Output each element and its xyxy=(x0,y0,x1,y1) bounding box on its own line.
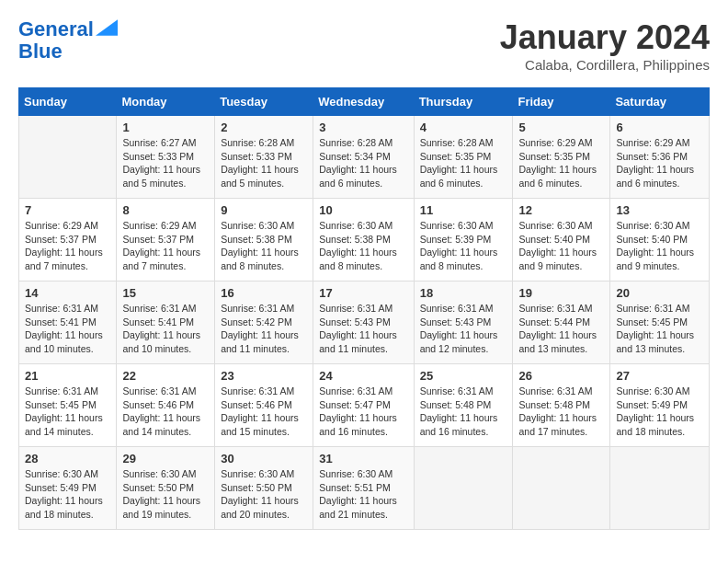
calendar-cell: 25Sunrise: 6:31 AM Sunset: 5:48 PM Dayli… xyxy=(414,364,513,447)
calendar-cell: 18Sunrise: 6:31 AM Sunset: 5:43 PM Dayli… xyxy=(414,282,513,364)
day-info: Sunrise: 6:28 AM Sunset: 5:35 PM Dayligh… xyxy=(420,136,507,190)
day-number: 18 xyxy=(420,286,507,300)
calendar-cell: 23Sunrise: 6:31 AM Sunset: 5:46 PM Dayli… xyxy=(215,364,313,447)
day-info: Sunrise: 6:30 AM Sunset: 5:40 PM Dayligh… xyxy=(518,219,604,273)
calendar-cell: 21Sunrise: 6:31 AM Sunset: 5:45 PM Dayli… xyxy=(19,364,117,447)
day-number: 24 xyxy=(319,369,407,383)
day-number: 8 xyxy=(122,203,209,217)
day-header-thursday: Thursday xyxy=(414,88,513,116)
day-info: Sunrise: 6:27 AM Sunset: 5:33 PM Dayligh… xyxy=(122,136,209,190)
month-title: January 2024 xyxy=(500,18,710,57)
calendar-cell: 31Sunrise: 6:30 AM Sunset: 5:51 PM Dayli… xyxy=(313,447,414,530)
day-number: 4 xyxy=(420,121,507,134)
day-header-friday: Friday xyxy=(513,88,610,116)
calendar-cell xyxy=(19,116,117,199)
day-header-monday: Monday xyxy=(117,88,215,116)
calendar-cell: 17Sunrise: 6:31 AM Sunset: 5:43 PM Dayli… xyxy=(313,282,414,364)
day-info: Sunrise: 6:30 AM Sunset: 5:40 PM Dayligh… xyxy=(616,219,703,273)
week-row-4: 21Sunrise: 6:31 AM Sunset: 5:45 PM Dayli… xyxy=(19,364,710,447)
day-info: Sunrise: 6:28 AM Sunset: 5:34 PM Dayligh… xyxy=(319,136,407,190)
day-number: 31 xyxy=(319,452,407,465)
day-info: Sunrise: 6:30 AM Sunset: 5:39 PM Dayligh… xyxy=(420,219,507,273)
calendar-header-row: SundayMondayTuesdayWednesdayThursdayFrid… xyxy=(19,88,710,116)
calendar-cell: 1Sunrise: 6:27 AM Sunset: 5:33 PM Daylig… xyxy=(117,116,215,199)
week-row-5: 28Sunrise: 6:30 AM Sunset: 5:49 PM Dayli… xyxy=(19,447,710,530)
day-number: 2 xyxy=(221,121,307,134)
calendar-cell: 2Sunrise: 6:28 AM Sunset: 5:33 PM Daylig… xyxy=(215,116,313,199)
calendar-cell: 12Sunrise: 6:30 AM Sunset: 5:40 PM Dayli… xyxy=(513,199,610,282)
day-number: 20 xyxy=(616,286,703,300)
day-info: Sunrise: 6:31 AM Sunset: 5:41 PM Dayligh… xyxy=(122,302,209,356)
day-number: 14 xyxy=(25,286,110,300)
day-number: 28 xyxy=(25,452,110,465)
calendar-cell xyxy=(610,447,710,530)
calendar-cell xyxy=(414,447,513,530)
calendar-cell: 28Sunrise: 6:30 AM Sunset: 5:49 PM Dayli… xyxy=(19,447,117,530)
day-info: Sunrise: 6:29 AM Sunset: 5:36 PM Dayligh… xyxy=(616,136,703,190)
day-info: Sunrise: 6:31 AM Sunset: 5:48 PM Dayligh… xyxy=(420,385,507,439)
day-info: Sunrise: 6:30 AM Sunset: 5:38 PM Dayligh… xyxy=(319,219,407,273)
day-number: 29 xyxy=(122,452,209,465)
calendar-cell: 27Sunrise: 6:30 AM Sunset: 5:49 PM Dayli… xyxy=(610,364,710,447)
calendar-cell: 20Sunrise: 6:31 AM Sunset: 5:45 PM Dayli… xyxy=(610,282,710,364)
day-info: Sunrise: 6:31 AM Sunset: 5:41 PM Dayligh… xyxy=(25,302,110,356)
logo-text: General Blue xyxy=(18,18,118,63)
calendar-cell: 22Sunrise: 6:31 AM Sunset: 5:46 PM Dayli… xyxy=(117,364,215,447)
day-number: 30 xyxy=(221,452,307,465)
day-info: Sunrise: 6:31 AM Sunset: 5:46 PM Dayligh… xyxy=(221,385,307,439)
day-number: 5 xyxy=(518,121,604,134)
calendar-cell: 3Sunrise: 6:28 AM Sunset: 5:34 PM Daylig… xyxy=(313,116,414,199)
day-number: 27 xyxy=(616,369,703,383)
week-row-2: 7Sunrise: 6:29 AM Sunset: 5:37 PM Daylig… xyxy=(19,199,710,282)
day-info: Sunrise: 6:31 AM Sunset: 5:42 PM Dayligh… xyxy=(221,302,307,356)
day-number: 19 xyxy=(518,286,604,300)
calendar-cell: 10Sunrise: 6:30 AM Sunset: 5:38 PM Dayli… xyxy=(313,199,414,282)
calendar-cell: 5Sunrise: 6:29 AM Sunset: 5:35 PM Daylig… xyxy=(513,116,610,199)
day-number: 23 xyxy=(221,369,307,383)
calendar-cell: 9Sunrise: 6:30 AM Sunset: 5:38 PM Daylig… xyxy=(215,199,313,282)
day-info: Sunrise: 6:31 AM Sunset: 5:48 PM Dayligh… xyxy=(518,385,604,439)
calendar-cell: 14Sunrise: 6:31 AM Sunset: 5:41 PM Dayli… xyxy=(19,282,117,364)
calendar-cell: 6Sunrise: 6:29 AM Sunset: 5:36 PM Daylig… xyxy=(610,116,710,199)
day-info: Sunrise: 6:30 AM Sunset: 5:50 PM Dayligh… xyxy=(221,467,307,522)
location-subtitle: Calaba, Cordillera, Philippines xyxy=(500,57,710,73)
day-number: 12 xyxy=(518,203,604,217)
calendar-cell: 15Sunrise: 6:31 AM Sunset: 5:41 PM Dayli… xyxy=(117,282,215,364)
calendar-cell: 8Sunrise: 6:29 AM Sunset: 5:37 PM Daylig… xyxy=(117,199,215,282)
calendar-cell: 29Sunrise: 6:30 AM Sunset: 5:50 PM Dayli… xyxy=(117,447,215,530)
day-info: Sunrise: 6:29 AM Sunset: 5:37 PM Dayligh… xyxy=(122,219,209,273)
day-info: Sunrise: 6:31 AM Sunset: 5:43 PM Dayligh… xyxy=(319,302,407,356)
day-number: 15 xyxy=(122,286,209,300)
day-info: Sunrise: 6:30 AM Sunset: 5:50 PM Dayligh… xyxy=(122,467,209,522)
week-row-1: 1Sunrise: 6:27 AM Sunset: 5:33 PM Daylig… xyxy=(19,116,710,199)
day-number: 10 xyxy=(319,203,407,217)
calendar-cell: 24Sunrise: 6:31 AM Sunset: 5:47 PM Dayli… xyxy=(313,364,414,447)
day-number: 16 xyxy=(221,286,307,300)
svg-marker-0 xyxy=(96,19,118,36)
calendar-cell: 13Sunrise: 6:30 AM Sunset: 5:40 PM Dayli… xyxy=(610,199,710,282)
day-number: 3 xyxy=(319,121,407,134)
day-info: Sunrise: 6:30 AM Sunset: 5:49 PM Dayligh… xyxy=(25,467,110,522)
day-info: Sunrise: 6:29 AM Sunset: 5:35 PM Dayligh… xyxy=(518,136,604,190)
day-number: 21 xyxy=(25,369,110,383)
day-info: Sunrise: 6:29 AM Sunset: 5:37 PM Dayligh… xyxy=(25,219,110,273)
calendar-cell xyxy=(513,447,610,530)
day-info: Sunrise: 6:31 AM Sunset: 5:45 PM Dayligh… xyxy=(616,302,703,356)
day-info: Sunrise: 6:31 AM Sunset: 5:47 PM Dayligh… xyxy=(319,385,407,439)
day-header-sunday: Sunday xyxy=(19,88,117,116)
calendar-cell: 30Sunrise: 6:30 AM Sunset: 5:50 PM Dayli… xyxy=(215,447,313,530)
calendar-cell: 16Sunrise: 6:31 AM Sunset: 5:42 PM Dayli… xyxy=(215,282,313,364)
day-info: Sunrise: 6:30 AM Sunset: 5:51 PM Dayligh… xyxy=(319,467,407,522)
day-info: Sunrise: 6:31 AM Sunset: 5:46 PM Dayligh… xyxy=(122,385,209,439)
day-header-wednesday: Wednesday xyxy=(313,88,414,116)
page-header: General Blue January 2024 Calaba, Cordil… xyxy=(18,18,710,73)
calendar-cell: 4Sunrise: 6:28 AM Sunset: 5:35 PM Daylig… xyxy=(414,116,513,199)
day-number: 11 xyxy=(420,203,507,217)
title-area: January 2024 Calaba, Cordillera, Philipp… xyxy=(500,18,710,73)
day-info: Sunrise: 6:31 AM Sunset: 5:45 PM Dayligh… xyxy=(25,385,110,439)
day-header-saturday: Saturday xyxy=(610,88,710,116)
day-number: 26 xyxy=(518,369,604,383)
calendar-cell: 19Sunrise: 6:31 AM Sunset: 5:44 PM Dayli… xyxy=(513,282,610,364)
calendar-cell: 7Sunrise: 6:29 AM Sunset: 5:37 PM Daylig… xyxy=(19,199,117,282)
day-info: Sunrise: 6:31 AM Sunset: 5:43 PM Dayligh… xyxy=(420,302,507,356)
